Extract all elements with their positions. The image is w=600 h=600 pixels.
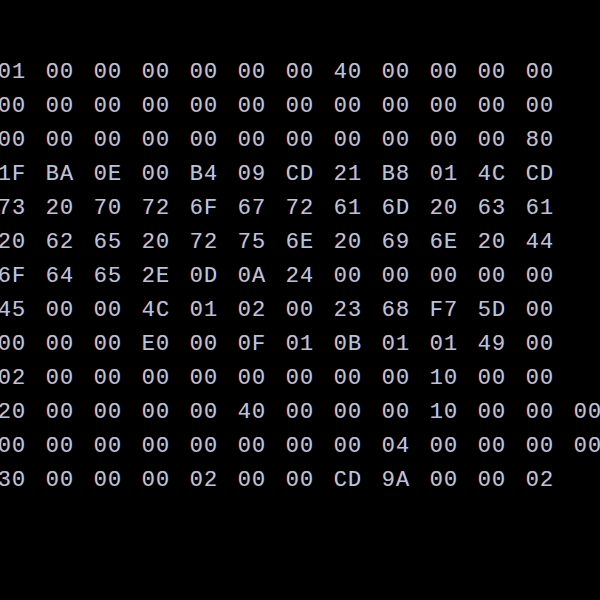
hex-byte: 20 — [0, 230, 28, 255]
hex-byte: 0B — [332, 332, 364, 357]
hex-byte: 00 — [476, 60, 508, 85]
hex-byte: 75 — [236, 230, 268, 255]
hex-byte: 02 — [524, 468, 556, 493]
hex-byte: 00 — [0, 128, 28, 153]
hex-byte: 30 — [0, 468, 28, 493]
hex-byte: 00 — [332, 434, 364, 459]
hex-byte: 00 — [428, 94, 460, 119]
hex-byte: 20 — [0, 400, 28, 425]
hex-byte: 00 — [284, 298, 316, 323]
hex-byte: 01 — [428, 332, 460, 357]
hex-byte: 00 — [332, 264, 364, 289]
hex-byte: 00 — [524, 332, 556, 357]
hex-byte: 10 — [428, 400, 460, 425]
hex-byte: 00 — [44, 298, 76, 323]
hex-byte: 20 — [428, 196, 460, 221]
hex-byte: 00 — [284, 94, 316, 119]
hex-byte: 00 — [188, 434, 220, 459]
hex-byte: 00 — [188, 94, 220, 119]
hex-byte: 00 — [236, 366, 268, 391]
hex-byte: 80 — [524, 128, 556, 153]
hex-byte: 00 — [572, 400, 600, 425]
hex-byte: 00 — [284, 366, 316, 391]
hex-byte: 00 — [44, 60, 76, 85]
hex-byte: 4C — [140, 298, 172, 323]
hex-byte: 00 — [236, 468, 268, 493]
hex-byte: 72 — [188, 230, 220, 255]
hex-dump: 0100000000000040000000000000000000000000… — [0, 60, 600, 493]
hex-byte: 00 — [284, 128, 316, 153]
hex-byte: 61 — [332, 196, 364, 221]
hex-byte: 65 — [92, 230, 124, 255]
hex-byte: 00 — [140, 434, 172, 459]
hex-byte: 1F — [0, 162, 28, 187]
hex-byte: 40 — [236, 400, 268, 425]
hex-byte: 00 — [236, 434, 268, 459]
hex-byte: 00 — [92, 468, 124, 493]
hex-byte: 02 — [188, 468, 220, 493]
hex-byte: 01 — [380, 332, 412, 357]
hex-byte: 00 — [524, 400, 556, 425]
hex-byte: 20 — [476, 230, 508, 255]
hex-byte: 45 — [0, 298, 28, 323]
hex-byte: 00 — [284, 400, 316, 425]
hex-byte: 00 — [188, 366, 220, 391]
hex-byte: 00 — [380, 60, 412, 85]
hex-byte: 00 — [92, 94, 124, 119]
hex-byte: 00 — [44, 94, 76, 119]
hex-byte: 67 — [236, 196, 268, 221]
hex-byte: 00 — [188, 332, 220, 357]
hex-byte: 00 — [44, 468, 76, 493]
hex-byte: 6F — [0, 264, 28, 289]
hex-byte: 00 — [476, 128, 508, 153]
hex-row: 000000E0000F010B01014900 — [0, 332, 600, 357]
hex-byte: 00 — [332, 94, 364, 119]
hex-byte: 0D — [188, 264, 220, 289]
hex-byte: 00 — [44, 400, 76, 425]
hex-byte: 6E — [428, 230, 460, 255]
hex-byte: 00 — [140, 162, 172, 187]
hex-byte: 00 — [140, 60, 172, 85]
hex-byte: 10 — [428, 366, 460, 391]
hex-row: 020000000000000000100000 — [0, 366, 600, 391]
hex-byte: 00 — [284, 434, 316, 459]
hex-byte: 00 — [92, 332, 124, 357]
hex-byte: 2E — [140, 264, 172, 289]
hex-row: 000000000000000000000000 — [0, 94, 600, 119]
hex-byte: BA — [44, 162, 76, 187]
hex-byte: 00 — [92, 434, 124, 459]
hex-byte: 63 — [476, 196, 508, 221]
hex-row: 6F64652E0D0A240000000000 — [0, 264, 600, 289]
hex-byte: 00 — [92, 128, 124, 153]
hex-byte: 00 — [524, 94, 556, 119]
hex-byte: 6D — [380, 196, 412, 221]
hex-byte: 9A — [380, 468, 412, 493]
hex-byte: 00 — [140, 400, 172, 425]
hex-byte: 0E — [92, 162, 124, 187]
hex-byte: 00 — [236, 128, 268, 153]
hex-byte: 00 — [44, 332, 76, 357]
hex-byte: 00 — [236, 94, 268, 119]
hex-byte: 0F — [236, 332, 268, 357]
hex-byte: 00 — [524, 264, 556, 289]
hex-byte: 40 — [332, 60, 364, 85]
hex-byte: 5D — [476, 298, 508, 323]
hex-byte: 64 — [44, 264, 76, 289]
hex-row: 4500004C0102002368F75D00 — [0, 298, 600, 323]
hex-byte: 20 — [332, 230, 364, 255]
hex-byte: 00 — [476, 366, 508, 391]
hex-byte: 00 — [476, 400, 508, 425]
hex-row: 732070726F6772616D206361 — [0, 196, 600, 221]
hex-byte: 09 — [236, 162, 268, 187]
hex-byte: 72 — [140, 196, 172, 221]
hex-byte: 6E — [284, 230, 316, 255]
hex-byte: 00 — [332, 400, 364, 425]
hex-byte: 00 — [140, 366, 172, 391]
hex-byte: 00 — [44, 366, 76, 391]
hex-byte: 00 — [476, 434, 508, 459]
hex-byte: 00 — [428, 434, 460, 459]
hex-byte: 00 — [140, 468, 172, 493]
hex-byte: 70 — [92, 196, 124, 221]
hex-byte: B8 — [380, 162, 412, 187]
hex-byte: F7 — [428, 298, 460, 323]
